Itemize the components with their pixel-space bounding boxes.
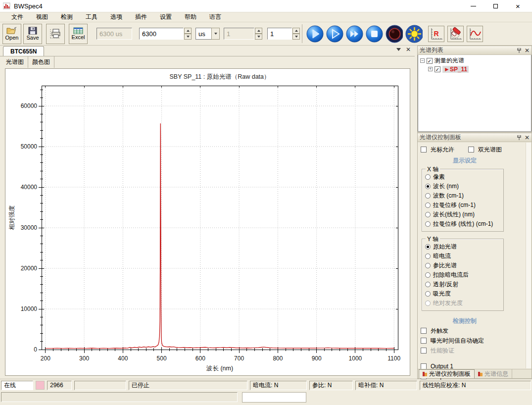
pin-icon[interactable] <box>517 48 521 53</box>
tab-color-view[interactable]: 颜色图 <box>28 56 54 68</box>
checkbox-box[interactable] <box>421 338 427 344</box>
integration-time-stepper[interactable] <box>184 28 192 40</box>
collapse-icon[interactable]: − <box>420 58 425 63</box>
spectrum-chart[interactable]: SBY SP_11 : 原始光谱（Raw data）20030040050060… <box>5 69 411 376</box>
root-checkbox[interactable]: ✓ <box>427 58 433 64</box>
tab-close-icon[interactable]: ✕ <box>406 47 411 52</box>
step-up[interactable] <box>184 28 192 34</box>
radio-icon[interactable] <box>425 272 431 278</box>
dual-spectrum-checkbox[interactable]: 双光谱图 <box>468 145 502 154</box>
checkbox-box[interactable] <box>421 147 427 152</box>
integration-time-input[interactable]: 6300 <box>139 28 184 40</box>
average-input[interactable]: 1 <box>267 28 292 40</box>
x-axis-option-5[interactable]: 拉曼位移 (线性) (cm-1) <box>425 219 501 229</box>
open-button[interactable]: Open <box>2 24 21 44</box>
radio-icon[interactable] <box>425 253 431 259</box>
x-tick-label: 1000 <box>349 355 362 362</box>
tree-item-row[interactable]: + ✓ ►SP_11 <box>419 65 530 73</box>
step-down[interactable] <box>292 34 300 40</box>
fast-acquire-button[interactable] <box>346 25 363 43</box>
x-axis-option-2[interactable]: 波数 (cm-1) <box>425 191 501 201</box>
dark-scan-button[interactable] <box>386 25 403 43</box>
checkbox-label: 曝光时间值自动确定 <box>431 337 484 345</box>
fast-forward-icon <box>346 25 363 43</box>
y-axis-option-2[interactable]: 参比光谱 <box>425 261 501 270</box>
stop-button[interactable] <box>366 25 383 43</box>
cursor-enable-checkbox[interactable]: 光标允许 <box>421 145 468 154</box>
menu-item-8[interactable]: 语言 <box>203 12 228 22</box>
x-axis-option-3[interactable]: 拉曼位移 (cm-1) <box>425 201 501 210</box>
tab-spectrum-view[interactable]: 光谱图 <box>2 56 28 68</box>
panel-close-icon[interactable]: ✕ <box>525 135 530 140</box>
y-axis-option-3[interactable]: 扣除暗电流后 <box>425 270 501 280</box>
status2-input[interactable] <box>242 392 306 403</box>
radio-icon[interactable] <box>425 291 431 297</box>
menu-item-5[interactable]: 插件 <box>129 12 153 22</box>
radio-icon[interactable] <box>425 174 431 180</box>
step-down[interactable] <box>255 34 262 40</box>
radio-icon <box>425 301 431 306</box>
step-up[interactable] <box>292 28 300 34</box>
menu-item-7[interactable]: 帮助 <box>178 12 203 22</box>
radio-icon[interactable] <box>425 184 431 189</box>
display-settings-heading: 显示设定 <box>421 156 509 165</box>
acquire-once-button[interactable] <box>306 25 324 43</box>
print-button[interactable] <box>46 24 65 44</box>
spectrum-view-button[interactable] <box>467 26 483 42</box>
tab-list-dropdown-icon[interactable] <box>396 48 401 51</box>
radio-icon[interactable] <box>425 221 431 227</box>
y-axis-option-1[interactable]: 暗电流 <box>425 252 501 261</box>
tree-root-row[interactable]: − ✓ 测量的光谱 <box>419 56 530 65</box>
radio-label: 绝对发光度 <box>433 299 463 307</box>
checkbox-box[interactable] <box>468 147 474 152</box>
radio-icon[interactable] <box>425 212 431 217</box>
panel-tab-1[interactable]: 光谱信息 <box>475 369 512 378</box>
y-axis-option-5[interactable]: 吸光度 <box>425 289 501 299</box>
expand-icon[interactable]: + <box>428 67 433 71</box>
minimize-button[interactable] <box>462 0 484 12</box>
close-button[interactable]: × <box>507 0 529 12</box>
menu-item-4[interactable]: 选项 <box>104 12 129 22</box>
maximize-button[interactable] <box>484 0 507 12</box>
pin-icon[interactable] <box>517 135 521 140</box>
excel-export-button[interactable]: Excel <box>69 24 88 44</box>
radio-icon[interactable] <box>425 193 431 199</box>
menu-item-1[interactable]: 视图 <box>30 12 54 22</box>
panel-close-icon[interactable]: ✕ <box>525 48 530 53</box>
clear-spectrum-button[interactable] <box>447 26 464 42</box>
tree-item-label[interactable]: ►SP_11 <box>442 66 469 73</box>
save-button[interactable]: Save <box>23 24 42 44</box>
checkbox-box[interactable] <box>421 328 427 334</box>
radio-icon[interactable] <box>425 244 431 250</box>
x-axis-option-1[interactable]: 波长 (nm) <box>425 182 501 191</box>
acquire-continuous-button[interactable] <box>326 25 343 43</box>
control-panel-scrollbar[interactable] <box>526 143 531 368</box>
radio-icon[interactable] <box>425 202 431 208</box>
y-axis-option-4[interactable]: 透射/反射 <box>425 280 501 289</box>
average-stepper[interactable] <box>292 28 300 40</box>
step-down[interactable] <box>184 34 192 40</box>
raman-mode-button[interactable]: R <box>428 26 444 42</box>
panel-tab-0[interactable]: 光谱仪控制面板 <box>419 369 475 378</box>
item-checkbox[interactable]: ✓ <box>435 66 440 72</box>
y-tick-label: 10000 <box>21 305 38 312</box>
average-display-stepper[interactable] <box>255 28 262 40</box>
status-dark-current: 暗电流: N <box>250 381 307 390</box>
radio-icon[interactable] <box>425 263 431 268</box>
x-tick-label: 400 <box>118 355 128 362</box>
reference-scan-button[interactable] <box>405 25 423 43</box>
detect-checkbox-1[interactable]: 曝光时间值自动确定 <box>421 336 529 345</box>
menu-item-3[interactable]: 工具 <box>79 12 104 22</box>
chart-container: SBY SP_11 : 原始光谱（Raw data）20030040050060… <box>5 68 410 376</box>
menu-item-6[interactable]: 设置 <box>153 12 178 22</box>
radio-icon[interactable] <box>425 282 431 287</box>
detect-checkbox-0[interactable]: 外触发 <box>421 326 529 335</box>
time-unit-select[interactable]: us <box>195 28 220 40</box>
combo-dropdown-icon[interactable] <box>211 28 220 40</box>
panel-tab-icon <box>478 372 483 376</box>
menu-item-2[interactable]: 检测 <box>54 12 79 22</box>
menu-item-0[interactable]: 文件 <box>5 12 30 22</box>
device-tab[interactable]: BTC655N <box>3 46 44 56</box>
step-up[interactable] <box>255 28 262 34</box>
x-axis-option-4[interactable]: 波长(线性) (nm) <box>425 210 501 219</box>
